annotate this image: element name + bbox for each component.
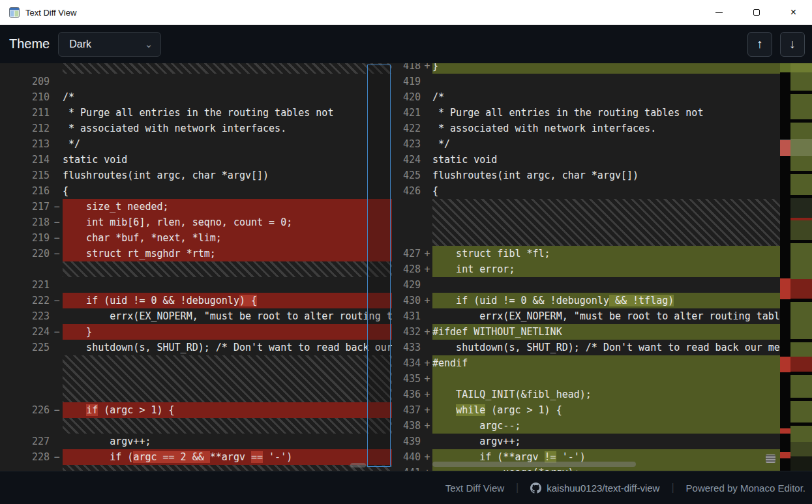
- diff-row[interactable]: 228− if (argc == 2 && **argv == '-'): [0, 449, 392, 465]
- diff-row[interactable]: 434+#endif: [392, 355, 780, 371]
- close-button[interactable]: ×: [775, 0, 812, 25]
- diff-row[interactable]: 227 argv++;: [0, 434, 392, 449]
- diff-marker: [51, 152, 63, 168]
- diff-row[interactable]: 431 errx(EX_NOPERM, "must be root to alt…: [392, 308, 780, 324]
- diff-row[interactable]: 212 * associated with network interfaces…: [0, 121, 392, 136]
- diff-row[interactable]: 216{: [0, 183, 392, 199]
- diff-row[interactable]: 209: [0, 74, 392, 89]
- diff-row[interactable]: [0, 63, 392, 74]
- diff-marker: [422, 168, 432, 183]
- diff-row[interactable]: 213 */: [0, 136, 392, 152]
- gutter: 423: [392, 136, 432, 152]
- powered-by: Powered by Monaco Editor.: [686, 482, 805, 494]
- diff-row[interactable]: [392, 199, 780, 215]
- gutter: 424: [392, 152, 432, 168]
- diff-row[interactable]: 220− struct rt_msghdr *rtm;: [0, 246, 392, 261]
- previous-diff-button[interactable]: ↑: [747, 32, 772, 57]
- diff-row[interactable]: 422 * associated with network interfaces…: [392, 121, 780, 136]
- diff-row[interactable]: 433 shutdown(s, SHUT_RD); /* Don't want …: [392, 340, 780, 355]
- diff-row[interactable]: 225 shutdown(s, SHUT_RD); /* Don't want …: [0, 340, 392, 355]
- diff-row[interactable]: [0, 371, 392, 387]
- gutter: 221: [0, 277, 63, 293]
- diff-row[interactable]: [0, 355, 392, 371]
- diff-row[interactable]: 221: [0, 277, 392, 293]
- diff-row[interactable]: [392, 215, 780, 230]
- code-line: }: [432, 63, 780, 74]
- modified-pane[interactable]: 418+}419420/*421 * Purge all entries in …: [392, 63, 812, 471]
- diff-row[interactable]: 214static void: [0, 152, 392, 168]
- minimap-segment: [790, 174, 812, 195]
- diff-row[interactable]: 436+ TAILQ_INIT(&fibl_head);: [392, 387, 780, 402]
- diff-row[interactable]: [0, 261, 392, 277]
- diff-row[interactable]: 438+ argc--;: [392, 418, 780, 434]
- diff-row[interactable]: 439 argv++;: [392, 434, 780, 449]
- minimap-segment: [790, 220, 812, 240]
- right-horizontal-scrollbar-thumb[interactable]: [432, 462, 636, 467]
- diff-row[interactable]: 429: [392, 277, 780, 293]
- diff-row[interactable]: 421 * Purge all entries in the routing t…: [392, 105, 780, 121]
- minimap[interactable]: [790, 63, 812, 471]
- repo-link[interactable]: kaishuu0123/text-diff-view: [530, 482, 659, 494]
- diff-row[interactable]: 419: [392, 74, 780, 89]
- next-diff-button[interactable]: ↓: [780, 32, 805, 57]
- diff-row[interactable]: 218− int mib[6], rlen, seqno, count = 0;: [0, 215, 392, 230]
- diff-row[interactable]: 219− char *buf, *next, *lim;: [0, 230, 392, 246]
- code-line: */: [63, 136, 392, 152]
- code-line: */: [432, 136, 780, 152]
- theme-select[interactable]: Dark ⌄: [58, 32, 161, 57]
- ruler-mark: [780, 428, 790, 434]
- overview-ruler[interactable]: [780, 63, 790, 471]
- minimap-slider[interactable]: [780, 139, 812, 156]
- diff-row[interactable]: 428+ int error;: [392, 261, 780, 277]
- diff-row[interactable]: 423 */: [392, 136, 780, 152]
- diff-row[interactable]: 432+#ifdef WITHOUT_NETLINK: [392, 324, 780, 340]
- left-scrollbar[interactable]: [367, 65, 391, 467]
- line-number: 225: [0, 340, 51, 355]
- diff-row[interactable]: 424static void: [392, 152, 780, 168]
- ruler-mark: [780, 278, 790, 299]
- diff-row[interactable]: 210/*: [0, 89, 392, 105]
- diff-row[interactable]: 426{: [392, 183, 780, 199]
- diff-marker: +: [422, 324, 432, 340]
- gutter: [392, 215, 432, 230]
- code-line: * associated with network interfaces.: [432, 121, 780, 136]
- line-number: 440: [392, 449, 422, 465]
- diff-row[interactable]: 420/*: [392, 89, 780, 105]
- line-number: [0, 465, 51, 471]
- inline-diff-highlight: argc == 2 &&: [133, 451, 209, 463]
- diff-row[interactable]: 437+ while (argc > 1) {: [392, 402, 780, 418]
- line-number: 224: [0, 324, 51, 340]
- diff-row[interactable]: 215flushroutes(int argc, char *argv[]): [0, 168, 392, 183]
- diff-row[interactable]: 222− if (uid != 0 && !debugonly) {: [0, 293, 392, 308]
- line-number: 214: [0, 152, 51, 168]
- diff-row[interactable]: 217− size_t needed;: [0, 199, 392, 215]
- maximize-icon: [753, 9, 760, 16]
- diff-row[interactable]: [392, 230, 780, 246]
- line-number: 421: [392, 105, 422, 121]
- diff-row[interactable]: 418+}: [392, 63, 780, 74]
- original-pane[interactable]: 209210/*211 * Purge all entries in the r…: [0, 63, 392, 471]
- diff-row[interactable]: [0, 418, 392, 434]
- diff-row[interactable]: 211 * Purge all entries in the routing t…: [0, 105, 392, 121]
- left-horizontal-scrollbar-thumb[interactable]: [350, 463, 366, 467]
- gutter: 212: [0, 121, 63, 136]
- diff-row[interactable]: 425flushroutes(int argc, char *argv[]): [392, 168, 780, 183]
- minimize-button[interactable]: [700, 0, 738, 25]
- scrollbar-grip-icon[interactable]: [766, 454, 775, 463]
- diff-row[interactable]: [0, 387, 392, 402]
- gutter: [0, 387, 63, 402]
- code-line: static void: [63, 152, 392, 168]
- line-number: 426: [392, 183, 422, 199]
- diff-row[interactable]: [0, 465, 392, 471]
- maximize-button[interactable]: [738, 0, 775, 25]
- diff-row[interactable]: 223 errx(EX_NOPERM, "must be root to alt…: [0, 308, 392, 324]
- diff-row[interactable]: 427+ struct fibl *fl;: [392, 246, 780, 261]
- diff-row[interactable]: 435+: [392, 371, 780, 387]
- gutter: 210: [0, 89, 63, 105]
- diff-row[interactable]: 224− }: [0, 324, 392, 340]
- line-number: 441: [392, 465, 422, 471]
- line-number: [0, 418, 51, 434]
- diff-row[interactable]: 430+ if (uid != 0 && !debugonly && !tfla…: [392, 293, 780, 308]
- gutter: 215: [0, 168, 63, 183]
- diff-row[interactable]: 226− if (argc > 1) {: [0, 402, 392, 418]
